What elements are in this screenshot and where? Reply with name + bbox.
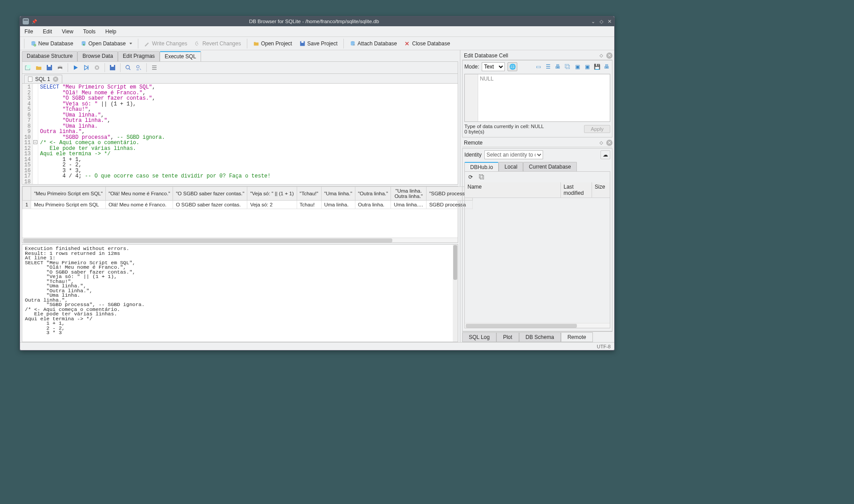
titlebar[interactable]: 📌 DB Browser for SQLite - /home/franco/t…	[20, 16, 614, 26]
results-hscroll[interactable]	[22, 238, 458, 242]
window-title: DB Browser for SQLite - /home/franco/tmp…	[37, 19, 591, 24]
save-project-button[interactable]: Save Project	[297, 39, 340, 48]
svg-rect-15	[111, 65, 114, 67]
execute-icon[interactable]	[73, 65, 79, 71]
svg-rect-4	[301, 41, 303, 43]
tab-dbhub[interactable]: DBHub.io	[464, 162, 499, 172]
svg-rect-7	[27, 65, 31, 69]
main-toolbar: New Database Open Database Write Changes…	[20, 37, 614, 50]
cell-copy-icon[interactable]: ⿻	[564, 63, 571, 70]
revert-changes-button[interactable]: Revert Changes	[192, 39, 244, 48]
log-vscroll[interactable]	[453, 245, 458, 342]
file-icon	[28, 77, 32, 82]
close-pane-icon[interactable]: ✕	[606, 52, 612, 59]
tab-structure[interactable]: Database Structure	[22, 51, 77, 61]
apply-button[interactable]: Apply	[584, 125, 610, 133]
menu-help[interactable]: Help	[104, 28, 118, 36]
tab-sql-log[interactable]: SQL Log	[462, 332, 496, 342]
sql-toolbar	[22, 61, 458, 73]
attach-database-button[interactable]: Attach Database	[347, 39, 400, 48]
svg-point-17	[137, 65, 139, 68]
cell-pane-header[interactable]: Edit Database Cell ◇ ✕	[462, 51, 612, 60]
write-changes-button[interactable]: Write Changes	[141, 39, 190, 48]
identity-select[interactable]: Select an identity to connect	[484, 150, 543, 159]
remote-pane: Identity Select an identity to connect ☁…	[462, 148, 612, 331]
line-gutter: 1 2 3 4 5 6 7 8 9 10 11 12 13 14 15 16 1…	[22, 84, 33, 184]
sql-file-tab[interactable]: SQL 1 ✕	[24, 75, 62, 83]
tab-plot[interactable]: Plot	[496, 332, 519, 342]
remote-add-icon[interactable]: ☁	[600, 150, 610, 159]
close-remote-icon[interactable]: ✕	[606, 140, 612, 146]
cell-image2-icon[interactable]: ▣	[584, 63, 591, 70]
mode-label: Mode:	[464, 64, 479, 70]
remote-hscroll[interactable]	[465, 323, 610, 328]
tab-db-schema[interactable]: DB Schema	[519, 332, 561, 342]
cell-indent-icon[interactable]: ☰	[544, 63, 552, 70]
minimize-button[interactable]: ⌄	[591, 19, 595, 24]
cell-type-label: Type of data currently in cell: NULL	[464, 124, 544, 129]
cell-text-area[interactable]: NULL	[464, 74, 610, 122]
statusbar: UTF-8	[20, 342, 614, 350]
menu-edit[interactable]: Edit	[41, 28, 54, 36]
clone-remote-icon[interactable]: ⿻	[479, 174, 484, 180]
refresh-remote-icon[interactable]: ⟳	[468, 174, 473, 180]
cell-nullify-icon[interactable]: ▭	[535, 63, 542, 70]
main-tabs: Database Structure Browse Data Edit Prag…	[22, 51, 458, 61]
mode-select[interactable]: Text	[482, 62, 505, 71]
code-area[interactable]: SELECT "Meu Primeiro Script em SQL", "Ol…	[38, 84, 458, 184]
save-file-icon[interactable]	[46, 65, 52, 71]
menu-tools[interactable]: Tools	[81, 28, 97, 36]
svg-point-16	[126, 65, 129, 69]
bottom-tabs: SQL Log Plot DB Schema Remote	[462, 331, 612, 342]
menubar: File Edit View Tools Help	[20, 26, 614, 37]
cell-print2-icon[interactable]: 🖶	[603, 63, 610, 70]
close-database-button[interactable]: Close Database	[401, 39, 452, 48]
menu-view[interactable]: View	[60, 28, 75, 36]
export-cell-icon[interactable]: 🌐	[508, 62, 517, 71]
main-area: Database Structure Browse Data Edit Prag…	[20, 50, 460, 342]
pin-icon[interactable]: 📌	[32, 19, 37, 24]
tab-remote[interactable]: Remote	[561, 332, 593, 342]
execution-log: Execution finished without errors. Resul…	[22, 244, 458, 342]
maximize-button[interactable]: ◇	[600, 19, 603, 24]
print-icon[interactable]	[57, 65, 63, 71]
fold-gutter[interactable]: −	[33, 84, 38, 184]
identity-label: Identity	[464, 152, 482, 158]
edit-cell-pane: Mode: Text 🌐 ▭ ☰ 🖶 ⿻ ▣ ▣ 💾 🖶 NULL	[462, 60, 612, 137]
indent-icon[interactable]	[151, 65, 157, 71]
tab-pragmas[interactable]: Edit Pragmas	[118, 51, 160, 61]
remote-pane-header[interactable]: Remote ◇ ✕	[462, 138, 612, 147]
remote-table[interactable]: Name Last modified Size	[465, 182, 610, 323]
side-panels: Edit Database Cell ◇ ✕ Mode: Text 🌐 ▭ ☰ …	[460, 50, 614, 342]
detach-remote-icon[interactable]: ◇	[598, 140, 604, 146]
svg-rect-12	[59, 69, 61, 70]
tab-local[interactable]: Local	[499, 162, 523, 172]
detach-icon[interactable]: ◇	[598, 52, 604, 59]
open-file-icon[interactable]	[36, 65, 42, 71]
svg-rect-11	[59, 65, 61, 67]
sql-editor[interactable]: 1 2 3 4 5 6 7 8 9 10 11 12 13 14 15 16 1…	[22, 83, 458, 185]
tab-execute-sql[interactable]: Execute SQL	[160, 51, 201, 61]
open-project-button[interactable]: Open Project	[250, 39, 295, 48]
cell-size-label: 0 byte(s)	[464, 129, 544, 134]
close-tab-icon[interactable]: ✕	[53, 77, 58, 82]
find-replace-icon[interactable]	[136, 65, 142, 71]
stop-icon[interactable]	[94, 65, 100, 71]
menu-file[interactable]: File	[23, 28, 35, 36]
save-results-icon[interactable]	[109, 65, 116, 71]
execute-line-icon[interactable]	[83, 65, 89, 71]
cell-print-icon[interactable]: 🖶	[554, 63, 561, 70]
tab-browse[interactable]: Browse Data	[77, 51, 118, 61]
results-grid[interactable]: "Meu Primeiro Script em SQL""Olá! Meu no…	[22, 186, 458, 243]
app-window: 📌 DB Browser for SQLite - /home/franco/t…	[20, 16, 615, 351]
app-icon	[23, 18, 29, 24]
new-tab-icon[interactable]	[25, 65, 31, 71]
tab-current-db[interactable]: Current Database	[523, 162, 577, 172]
cell-image-icon[interactable]: ▣	[574, 63, 581, 70]
cell-save-icon[interactable]: 💾	[593, 63, 600, 70]
close-window-button[interactable]: ✕	[608, 19, 612, 24]
encoding-label: UTF-8	[597, 344, 611, 349]
open-database-button[interactable]: Open Database	[78, 39, 135, 48]
new-database-button[interactable]: New Database	[28, 39, 76, 48]
find-icon[interactable]	[125, 65, 131, 71]
